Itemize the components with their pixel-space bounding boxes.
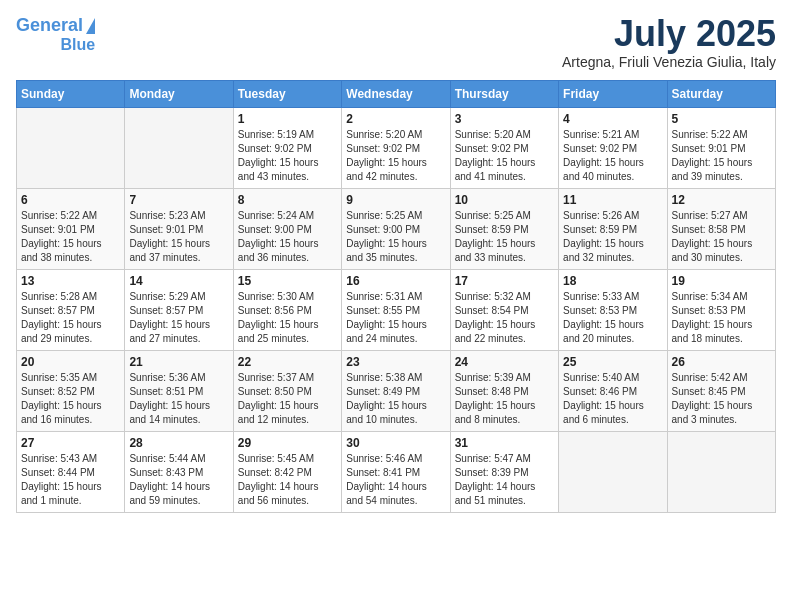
calendar-cell: 14Sunrise: 5:29 AM Sunset: 8:57 PM Dayli… (125, 270, 233, 351)
calendar-cell: 20Sunrise: 5:35 AM Sunset: 8:52 PM Dayli… (17, 351, 125, 432)
day-number: 24 (455, 355, 554, 369)
day-number: 29 (238, 436, 337, 450)
day-number: 2 (346, 112, 445, 126)
calendar-cell: 17Sunrise: 5:32 AM Sunset: 8:54 PM Dayli… (450, 270, 558, 351)
day-number: 11 (563, 193, 662, 207)
day-info: Sunrise: 5:47 AM Sunset: 8:39 PM Dayligh… (455, 452, 554, 508)
calendar-cell: 16Sunrise: 5:31 AM Sunset: 8:55 PM Dayli… (342, 270, 450, 351)
day-number: 7 (129, 193, 228, 207)
day-number: 22 (238, 355, 337, 369)
month-title: July 2025 (562, 16, 776, 52)
day-info: Sunrise: 5:25 AM Sunset: 9:00 PM Dayligh… (346, 209, 445, 265)
calendar-cell: 24Sunrise: 5:39 AM Sunset: 8:48 PM Dayli… (450, 351, 558, 432)
calendar-week-3: 13Sunrise: 5:28 AM Sunset: 8:57 PM Dayli… (17, 270, 776, 351)
day-header-wednesday: Wednesday (342, 81, 450, 108)
calendar-cell: 21Sunrise: 5:36 AM Sunset: 8:51 PM Dayli… (125, 351, 233, 432)
day-info: Sunrise: 5:46 AM Sunset: 8:41 PM Dayligh… (346, 452, 445, 508)
day-info: Sunrise: 5:28 AM Sunset: 8:57 PM Dayligh… (21, 290, 120, 346)
day-number: 23 (346, 355, 445, 369)
day-number: 8 (238, 193, 337, 207)
day-header-saturday: Saturday (667, 81, 775, 108)
calendar-cell: 31Sunrise: 5:47 AM Sunset: 8:39 PM Dayli… (450, 432, 558, 513)
day-number: 9 (346, 193, 445, 207)
calendar-cell: 8Sunrise: 5:24 AM Sunset: 9:00 PM Daylig… (233, 189, 341, 270)
day-info: Sunrise: 5:30 AM Sunset: 8:56 PM Dayligh… (238, 290, 337, 346)
calendar-cell: 19Sunrise: 5:34 AM Sunset: 8:53 PM Dayli… (667, 270, 775, 351)
day-number: 1 (238, 112, 337, 126)
day-info: Sunrise: 5:25 AM Sunset: 8:59 PM Dayligh… (455, 209, 554, 265)
calendar-cell: 3Sunrise: 5:20 AM Sunset: 9:02 PM Daylig… (450, 108, 558, 189)
day-number: 31 (455, 436, 554, 450)
day-info: Sunrise: 5:33 AM Sunset: 8:53 PM Dayligh… (563, 290, 662, 346)
calendar-cell: 2Sunrise: 5:20 AM Sunset: 9:02 PM Daylig… (342, 108, 450, 189)
calendar-cell (667, 432, 775, 513)
calendar-cell: 15Sunrise: 5:30 AM Sunset: 8:56 PM Dayli… (233, 270, 341, 351)
calendar-cell: 6Sunrise: 5:22 AM Sunset: 9:01 PM Daylig… (17, 189, 125, 270)
calendar-cell: 10Sunrise: 5:25 AM Sunset: 8:59 PM Dayli… (450, 189, 558, 270)
day-info: Sunrise: 5:34 AM Sunset: 8:53 PM Dayligh… (672, 290, 771, 346)
calendar-cell: 18Sunrise: 5:33 AM Sunset: 8:53 PM Dayli… (559, 270, 667, 351)
day-number: 10 (455, 193, 554, 207)
day-header-friday: Friday (559, 81, 667, 108)
calendar-cell: 25Sunrise: 5:40 AM Sunset: 8:46 PM Dayli… (559, 351, 667, 432)
day-number: 12 (672, 193, 771, 207)
day-number: 16 (346, 274, 445, 288)
day-info: Sunrise: 5:22 AM Sunset: 9:01 PM Dayligh… (21, 209, 120, 265)
day-info: Sunrise: 5:20 AM Sunset: 9:02 PM Dayligh… (455, 128, 554, 184)
location-subtitle: Artegna, Friuli Venezia Giulia, Italy (562, 54, 776, 70)
calendar-cell: 1Sunrise: 5:19 AM Sunset: 9:02 PM Daylig… (233, 108, 341, 189)
day-info: Sunrise: 5:44 AM Sunset: 8:43 PM Dayligh… (129, 452, 228, 508)
day-number: 17 (455, 274, 554, 288)
day-number: 26 (672, 355, 771, 369)
calendar-week-1: 1Sunrise: 5:19 AM Sunset: 9:02 PM Daylig… (17, 108, 776, 189)
logo-blue: Blue (60, 36, 95, 54)
day-info: Sunrise: 5:42 AM Sunset: 8:45 PM Dayligh… (672, 371, 771, 427)
day-info: Sunrise: 5:35 AM Sunset: 8:52 PM Dayligh… (21, 371, 120, 427)
day-number: 28 (129, 436, 228, 450)
calendar-cell: 30Sunrise: 5:46 AM Sunset: 8:41 PM Dayli… (342, 432, 450, 513)
day-number: 13 (21, 274, 120, 288)
day-number: 21 (129, 355, 228, 369)
day-number: 3 (455, 112, 554, 126)
day-number: 25 (563, 355, 662, 369)
day-info: Sunrise: 5:32 AM Sunset: 8:54 PM Dayligh… (455, 290, 554, 346)
calendar-week-4: 20Sunrise: 5:35 AM Sunset: 8:52 PM Dayli… (17, 351, 776, 432)
calendar-cell: 26Sunrise: 5:42 AM Sunset: 8:45 PM Dayli… (667, 351, 775, 432)
calendar-cell: 23Sunrise: 5:38 AM Sunset: 8:49 PM Dayli… (342, 351, 450, 432)
day-info: Sunrise: 5:27 AM Sunset: 8:58 PM Dayligh… (672, 209, 771, 265)
calendar-cell (17, 108, 125, 189)
day-number: 19 (672, 274, 771, 288)
calendar-week-2: 6Sunrise: 5:22 AM Sunset: 9:01 PM Daylig… (17, 189, 776, 270)
day-info: Sunrise: 5:36 AM Sunset: 8:51 PM Dayligh… (129, 371, 228, 427)
calendar-cell: 5Sunrise: 5:22 AM Sunset: 9:01 PM Daylig… (667, 108, 775, 189)
day-info: Sunrise: 5:22 AM Sunset: 9:01 PM Dayligh… (672, 128, 771, 184)
day-header-tuesday: Tuesday (233, 81, 341, 108)
day-info: Sunrise: 5:31 AM Sunset: 8:55 PM Dayligh… (346, 290, 445, 346)
day-info: Sunrise: 5:20 AM Sunset: 9:02 PM Dayligh… (346, 128, 445, 184)
calendar-cell: 7Sunrise: 5:23 AM Sunset: 9:01 PM Daylig… (125, 189, 233, 270)
day-number: 15 (238, 274, 337, 288)
calendar-cell: 28Sunrise: 5:44 AM Sunset: 8:43 PM Dayli… (125, 432, 233, 513)
logo-text: General (16, 16, 83, 36)
day-number: 5 (672, 112, 771, 126)
calendar-cell: 22Sunrise: 5:37 AM Sunset: 8:50 PM Dayli… (233, 351, 341, 432)
day-number: 6 (21, 193, 120, 207)
calendar-cell: 11Sunrise: 5:26 AM Sunset: 8:59 PM Dayli… (559, 189, 667, 270)
day-info: Sunrise: 5:45 AM Sunset: 8:42 PM Dayligh… (238, 452, 337, 508)
day-info: Sunrise: 5:38 AM Sunset: 8:49 PM Dayligh… (346, 371, 445, 427)
day-info: Sunrise: 5:37 AM Sunset: 8:50 PM Dayligh… (238, 371, 337, 427)
day-info: Sunrise: 5:24 AM Sunset: 9:00 PM Dayligh… (238, 209, 337, 265)
calendar-header-row: SundayMondayTuesdayWednesdayThursdayFrid… (17, 81, 776, 108)
day-info: Sunrise: 5:39 AM Sunset: 8:48 PM Dayligh… (455, 371, 554, 427)
day-number: 27 (21, 436, 120, 450)
day-info: Sunrise: 5:29 AM Sunset: 8:57 PM Dayligh… (129, 290, 228, 346)
calendar-cell: 13Sunrise: 5:28 AM Sunset: 8:57 PM Dayli… (17, 270, 125, 351)
day-info: Sunrise: 5:43 AM Sunset: 8:44 PM Dayligh… (21, 452, 120, 508)
day-number: 30 (346, 436, 445, 450)
calendar-week-5: 27Sunrise: 5:43 AM Sunset: 8:44 PM Dayli… (17, 432, 776, 513)
title-block: July 2025 Artegna, Friuli Venezia Giulia… (562, 16, 776, 70)
day-info: Sunrise: 5:21 AM Sunset: 9:02 PM Dayligh… (563, 128, 662, 184)
calendar-cell: 29Sunrise: 5:45 AM Sunset: 8:42 PM Dayli… (233, 432, 341, 513)
day-header-thursday: Thursday (450, 81, 558, 108)
calendar-cell (125, 108, 233, 189)
